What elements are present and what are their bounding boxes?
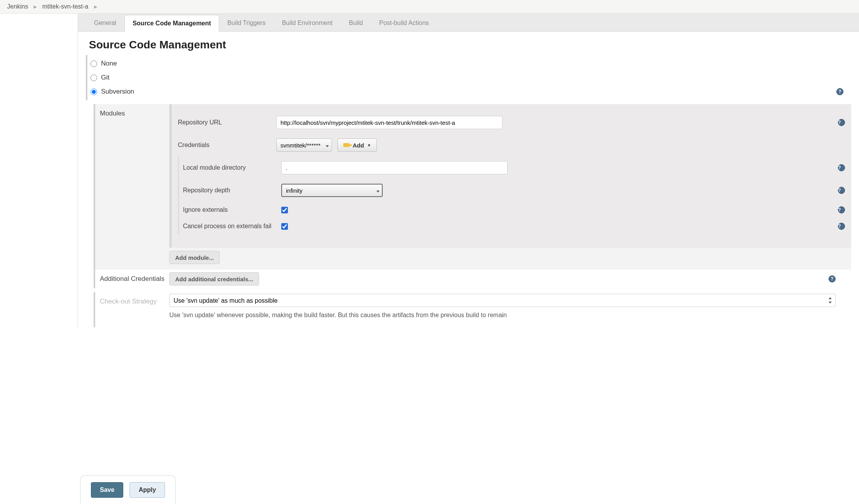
repo-depth-label: Repository depth: [183, 187, 277, 194]
scm-radio-git[interactable]: [91, 75, 97, 81]
repo-depth-select[interactable]: infinity: [281, 184, 383, 197]
modules-section-label: Modules: [95, 104, 169, 270]
key-icon: [343, 143, 350, 147]
page-title: Source Code Management: [78, 32, 859, 55]
repo-url-input[interactable]: [276, 116, 502, 129]
local-dir-label: Local module directory: [183, 164, 277, 171]
help-icon[interactable]: ?: [838, 119, 845, 126]
checkout-strategy-description: Use 'svn update' whenever possible, maki…: [169, 309, 851, 327]
help-icon[interactable]: ?: [838, 164, 845, 171]
add-credentials-label: Add: [353, 142, 364, 149]
breadcrumb: Jenkins ▶ mtitek-svn-test-a ▶: [0, 0, 859, 14]
local-dir-input[interactable]: [281, 161, 508, 174]
tab-post-build[interactable]: Post-build Actions: [371, 14, 437, 31]
breadcrumb-job[interactable]: mtitek-svn-test-a: [42, 3, 88, 10]
add-module-button[interactable]: Add module...: [169, 251, 220, 264]
tab-general[interactable]: General: [86, 14, 124, 31]
breadcrumb-root[interactable]: Jenkins: [7, 3, 28, 10]
scm-label-subversion: Subversion: [101, 88, 134, 96]
help-icon[interactable]: ?: [838, 206, 845, 213]
checkout-strategy-label: Check-out Strategy: [95, 292, 169, 327]
tab-build-environment[interactable]: Build Environment: [274, 14, 341, 31]
scm-radio-subversion[interactable]: [91, 89, 97, 95]
help-icon[interactable]: ?: [836, 88, 843, 95]
additional-credentials-label: Additional Credentials: [95, 270, 169, 288]
chevron-right-icon: ▶: [94, 4, 97, 9]
credentials-label: Credentials: [178, 142, 272, 149]
help-icon[interactable]: ?: [829, 275, 836, 282]
help-icon[interactable]: ?: [838, 187, 845, 194]
module-panel: Repository URL ? Credentials svnmtitek/*…: [169, 104, 851, 248]
cancel-externals-checkbox[interactable]: [281, 223, 288, 230]
tab-build[interactable]: Build: [341, 14, 371, 31]
sidebar-placeholder: [0, 14, 78, 327]
cancel-externals-label: Cancel process on externals fail: [183, 223, 277, 230]
help-icon[interactable]: ?: [838, 223, 845, 230]
chevron-right-icon: ▶: [34, 4, 37, 9]
caret-down-icon: ▼: [367, 143, 371, 147]
tab-build-triggers[interactable]: Build Triggers: [219, 14, 274, 31]
add-credentials-button[interactable]: Add ▼: [337, 138, 377, 152]
scm-label-none: None: [101, 60, 117, 67]
ignore-externals-label: Ignore externals: [183, 206, 277, 213]
tab-scm[interactable]: Source Code Management: [124, 15, 219, 32]
repo-url-label: Repository URL: [178, 119, 272, 126]
credentials-select[interactable]: svnmtitek/******: [276, 138, 332, 152]
scm-label-git: Git: [101, 74, 110, 82]
add-additional-credentials-button[interactable]: Add additional credentials...: [169, 272, 259, 286]
scm-radio-none[interactable]: [91, 60, 97, 67]
ignore-externals-checkbox[interactable]: [281, 207, 288, 213]
checkout-strategy-select[interactable]: Use 'svn update' as much as possible: [169, 294, 836, 307]
config-tabs: General Source Code Management Build Tri…: [78, 14, 859, 32]
